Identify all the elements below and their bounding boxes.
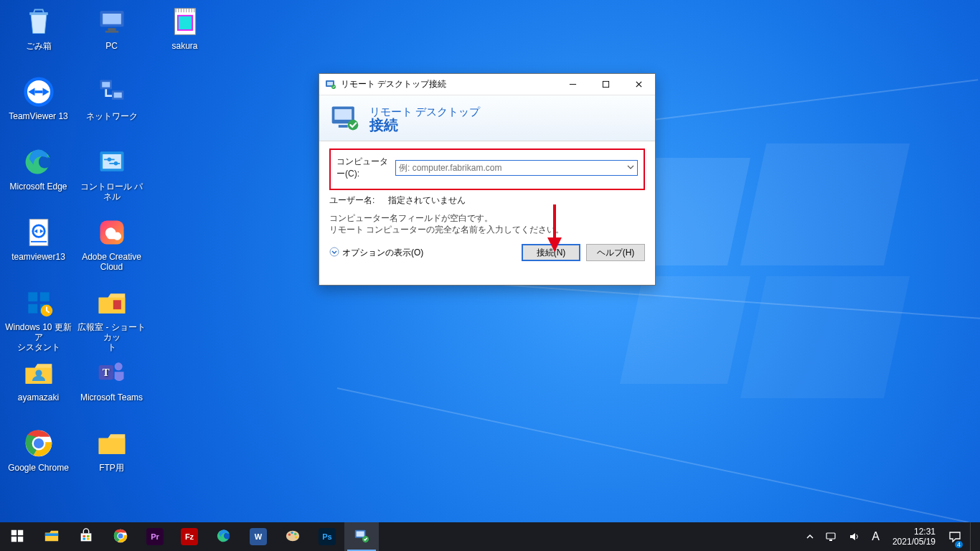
volume-icon[interactable]	[846, 522, 863, 551]
username-value: 指定されていません	[388, 194, 466, 207]
kouhoushitsu-icon	[95, 286, 129, 320]
sakura-icon	[168, 4, 202, 39]
svg-rect-69	[829, 540, 832, 541]
computer-combobox[interactable]	[395, 160, 638, 176]
taskbar-edge-button[interactable]	[207, 522, 241, 551]
recycle-bin-icon	[22, 4, 56, 39]
svg-rect-23	[28, 292, 37, 301]
teamviewer13file-icon	[22, 215, 56, 250]
taskbar-remote-desktop-button[interactable]	[344, 522, 379, 551]
show-options-toggle[interactable]: オプションの表示(O)	[329, 247, 423, 259]
ayamazaki-icon	[22, 356, 56, 390]
computer-input[interactable]	[399, 161, 627, 174]
desktop-icon-label: Microsoft Teams	[77, 392, 146, 402]
taskbar-word-button[interactable]: W	[241, 522, 275, 551]
svg-rect-48	[18, 529, 23, 534]
svg-rect-66	[357, 531, 364, 536]
svg-point-29	[35, 369, 42, 376]
dialog-titlebar[interactable]: リモート デスクトップ接続	[319, 74, 655, 95]
taskbar-premiere-pro-button[interactable]: Pr	[138, 522, 172, 551]
desktop-icon-network[interactable]: ネットワーク	[77, 75, 146, 121]
svg-rect-41	[334, 109, 352, 120]
show-options-label: オプションの表示(O)	[342, 247, 423, 259]
clock-date: 2021/05/19	[892, 537, 936, 547]
help-button[interactable]: ヘルプ(H)	[586, 244, 645, 261]
minimize-button[interactable]	[556, 74, 589, 95]
desktop-icon-label: 広報室 - ショートカッ ト	[77, 322, 146, 352]
desktop-icon-control-panel[interactable]: コントロール パネル	[77, 145, 146, 202]
desktop-icon-label: Adobe Creative Cloud	[77, 252, 146, 272]
svg-rect-51	[45, 533, 58, 536]
maximize-button[interactable]	[589, 74, 622, 95]
desktop-icon-ayamazaki[interactable]: ayamazaki	[4, 356, 72, 402]
desktop-icon-adobe-cc[interactable]: Adobe Creative Cloud	[77, 215, 146, 272]
svg-rect-54	[83, 537, 85, 540]
svg-rect-17	[103, 154, 121, 169]
svg-rect-49	[11, 536, 17, 541]
desktop-icon-kouhoushitsu[interactable]: 広報室 - ショートカッ ト	[77, 286, 146, 352]
ime-indicator[interactable]: A	[869, 522, 882, 551]
desktop-icon-recycle-bin[interactable]: ごみ箱	[4, 4, 72, 51]
computer-label: コンピューター(C):	[336, 156, 395, 180]
svg-point-63	[294, 532, 296, 534]
taskbar: PrFzWPs A 12:31 2021/05/19 4	[0, 522, 980, 551]
taskbar-photoshop-button[interactable]: Ps	[310, 522, 344, 551]
desktop-icon-pc[interactable]: PC	[77, 4, 146, 51]
tray-overflow-button[interactable]	[803, 522, 817, 551]
desktop-icon-ftp-folder[interactable]: FTP用	[77, 426, 146, 473]
desktop-icon-label: Google Chrome	[4, 463, 72, 473]
desktop-icon-teamviewer13file[interactable]: teamviewer13	[4, 215, 72, 262]
svg-rect-37	[327, 82, 333, 85]
taskbar-microsoft-store-button[interactable]	[69, 522, 103, 551]
taskbar-clock[interactable]: 12:31 2021/05/19	[888, 527, 940, 547]
desktop-icon-label: TeamViewer 13	[4, 111, 72, 121]
svg-rect-55	[87, 537, 90, 540]
action-center-button[interactable]: 4	[946, 522, 964, 551]
hint-line-1: コンピューター名フィールドが空白です。	[329, 212, 645, 224]
file-explorer-icon	[44, 528, 60, 546]
desktop-icon-win-update-asst[interactable]: Windows 10 更新ア シスタント	[4, 286, 72, 352]
microsoft-store-icon	[78, 528, 94, 546]
desktop-icon-edge[interactable]: Microsoft Edge	[4, 145, 72, 192]
banner-title: 接続	[369, 118, 480, 131]
desktop-icon-teamviewer13app[interactable]: TeamViewer 13	[4, 75, 72, 121]
desktop[interactable]: ごみ箱PCsakuraTeamViewer 13ネットワークMicrosoft …	[0, 0, 980, 551]
svg-rect-52	[83, 535, 85, 537]
remote-desktop-large-icon	[329, 103, 361, 134]
close-button[interactable]	[622, 74, 655, 95]
taskbar-file-explorer-button[interactable]	[34, 522, 69, 551]
chevron-down-icon[interactable]	[627, 163, 634, 173]
svg-rect-28	[113, 300, 121, 309]
notification-badge: 4	[955, 541, 963, 548]
hint-line-2: リモート コンピューターの完全な名前を入力してください。	[329, 224, 645, 235]
desktop-icon-sakura[interactable]: sakura	[151, 4, 219, 51]
desktop-icon-label: FTP用	[77, 463, 146, 473]
svg-rect-4	[105, 31, 118, 33]
desktop-icon-label: ごみ箱	[4, 41, 72, 51]
taskbar-filezilla-button[interactable]: Fz	[172, 522, 207, 551]
remote-desktop-icon	[354, 528, 369, 546]
svg-point-32	[114, 362, 122, 370]
network-icon[interactable]	[823, 522, 840, 551]
control-panel-icon	[95, 145, 129, 179]
desktop-icon-label: ネットワーク	[77, 111, 146, 121]
taskbar-chrome-button[interactable]	[103, 522, 138, 551]
svg-rect-42	[339, 125, 348, 128]
desktop-icon-label: sakura	[151, 41, 219, 51]
annotation-highlight-box: コンピューター(C):	[329, 149, 645, 190]
network-icon	[95, 75, 129, 109]
svg-rect-13	[102, 82, 110, 87]
desktop-icon-chrome[interactable]: Google Chrome	[4, 426, 72, 473]
svg-rect-10	[34, 90, 42, 93]
show-desktop-button[interactable]	[970, 522, 974, 551]
connect-button[interactable]: 接続(N)	[522, 244, 580, 261]
svg-point-44	[330, 248, 339, 256]
svg-text:T: T	[102, 367, 109, 378]
svg-point-62	[291, 531, 293, 533]
desktop-icon-label: Microsoft Edge	[4, 182, 72, 192]
desktop-icon-ms-teams[interactable]: TMicrosoft Teams	[77, 356, 146, 402]
taskbar-paint-button[interactable]	[275, 522, 310, 551]
taskbar-start-button-button[interactable]	[0, 522, 34, 551]
start-button-icon	[9, 528, 25, 546]
system-tray: A 12:31 2021/05/19 4	[797, 522, 980, 551]
